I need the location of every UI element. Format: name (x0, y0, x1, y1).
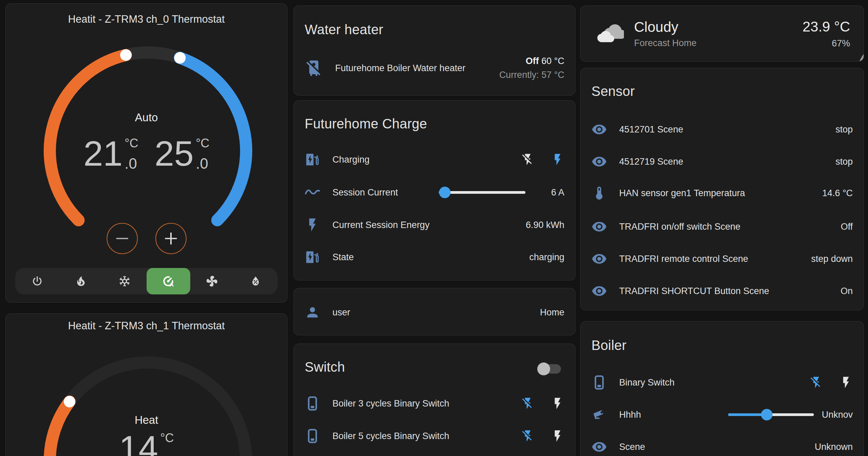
target-low-frac: .0 (125, 156, 138, 171)
flash-icon[interactable] (551, 429, 564, 443)
flash-off-icon[interactable] (521, 153, 535, 166)
current-ac-icon (305, 185, 320, 200)
mode-auto-button[interactable] (147, 268, 190, 294)
boiler3-row[interactable]: Boiler 3 cycles Binary Switch (305, 393, 564, 414)
toggle-knob[interactable] (537, 362, 550, 375)
target-unit: °C (160, 432, 174, 444)
sensor-value: 14.6 °C (822, 188, 853, 199)
sensor-row[interactable]: 4512719 Scene stop (591, 151, 853, 172)
sensor-value: step down (811, 254, 853, 264)
sensor-card: Sensor 4512701 Scene stop 4512719 Scene … (580, 68, 864, 310)
mode-power-button[interactable] (15, 268, 59, 294)
flash-off-icon[interactable] (521, 429, 535, 443)
session-current-row[interactable]: Session Current 6 A (305, 182, 564, 203)
sensor-row[interactable]: 4512701 Scene stop (591, 119, 853, 140)
sensor-label: TRADFRI SHORTCUT Button Scene (619, 286, 834, 296)
scene-label: Scene (619, 442, 808, 452)
mode-fan-button[interactable] (190, 268, 234, 294)
sensor-row[interactable]: HAN sensor gen1 Temperatura 14.6 °C (591, 183, 853, 204)
flash-off-icon[interactable] (521, 397, 535, 410)
hhhh-row[interactable]: Hhhh Unknov (591, 404, 853, 425)
sensor-row[interactable]: TRADFRI remote control Scene step down (591, 248, 853, 269)
target-high-unit: °C (196, 137, 209, 149)
water-boiler-off-icon (305, 59, 323, 77)
slider-knob[interactable] (761, 409, 773, 420)
weather-subtitle: Forecast Home (634, 38, 697, 48)
eye-icon (591, 439, 607, 455)
boiler5-row[interactable]: Boiler 5 cycles Binary Switch (305, 426, 564, 447)
user-location: Home (540, 307, 564, 318)
sensor-value: stop (836, 157, 853, 167)
cctv-icon (591, 407, 607, 422)
hhhh-label: Hhhh (619, 410, 728, 420)
session-energy-row[interactable]: Current Session Energy 6.90 kWh (305, 214, 564, 235)
target-low: 21 °C .0 (83, 136, 138, 171)
sensor-value: Off (841, 222, 853, 232)
ev-station-icon (305, 152, 320, 167)
temp-increase-button[interactable] (155, 223, 187, 254)
temp-decrease-button[interactable] (107, 223, 138, 254)
state-row[interactable]: State charging (305, 247, 564, 268)
mode-heat-button[interactable] (59, 268, 103, 294)
scene-row[interactable]: Scene Unknown (591, 436, 853, 456)
weather-condition: Cloudy (634, 19, 697, 35)
binary-switch-row[interactable]: Binary Switch (591, 372, 853, 393)
session-current-label: Session Current (332, 187, 439, 198)
charging-row[interactable]: Charging (305, 149, 564, 170)
water-heater-row[interactable]: Futurehome Boiler Water heater Off 60 °C… (305, 55, 564, 81)
hvac-mode-label: Heat (6, 414, 287, 427)
slider-knob[interactable] (439, 187, 451, 198)
mode-dry-button[interactable] (234, 268, 278, 294)
sensor-row[interactable]: TRADFRI on/off switch Scene Off (591, 216, 853, 237)
flash-icon[interactable] (839, 376, 853, 389)
sensor-label: 4512701 Scene (619, 124, 829, 135)
water-heater-title: Water heater (305, 22, 383, 37)
fan-icon (205, 275, 218, 288)
weather-values-block: 23.9 °C 67% (802, 19, 850, 49)
power-icon (31, 275, 44, 288)
water-heater-entity: Futurehome Boiler Water heater (335, 63, 493, 74)
hvac-mode-row (15, 268, 278, 294)
flash-icon[interactable] (551, 397, 564, 410)
charging-label: Charging (332, 154, 521, 165)
boiler3-label: Boiler 3 cycles Binary Switch (332, 398, 521, 409)
weather-card[interactable]: Cloudy Forecast Home 23.9 °C 67% (580, 5, 864, 62)
flash-icon[interactable] (551, 153, 564, 166)
session-current-slider[interactable] (439, 187, 525, 198)
water-heater-state-block: Off 60 °C Currently: 57 °C (499, 56, 564, 80)
dial-high-handle[interactable] (174, 52, 186, 64)
thermostat-auto-icon (162, 275, 175, 288)
dial-handle[interactable] (64, 396, 75, 408)
sensor-label: HAN sensor gen1 Temperatura (619, 188, 816, 199)
session-current-value: 6 A (532, 187, 564, 198)
eye-icon (591, 219, 607, 234)
target-int: 14 (119, 431, 158, 456)
switch-toggle[interactable] (537, 362, 562, 375)
boiler5-label: Boiler 5 cycles Binary Switch (332, 431, 521, 441)
snowflake-icon (118, 275, 131, 288)
boiler-card-title: Boiler (591, 338, 626, 353)
dial-low-handle[interactable] (120, 49, 132, 61)
scene-value: Unknown (815, 442, 853, 452)
fire-icon (74, 275, 87, 288)
user-row[interactable]: user Home (305, 302, 564, 323)
weather-humidity: 67% (832, 38, 850, 49)
session-energy-label: Current Session Energy (332, 220, 519, 230)
flash-off-icon[interactable] (809, 376, 823, 389)
charge-card-title: Futurehome Charge (305, 116, 427, 131)
target-temperatures: 21 °C .0 25 °C .0 (6, 136, 287, 171)
humidity-icon (820, 38, 830, 48)
target-low-int: 21 (83, 136, 123, 171)
target-high: 25 °C .0 (155, 136, 210, 171)
target-high-int: 25 (155, 136, 194, 171)
account-icon (305, 305, 320, 320)
thermostat-ch1-card: Heatit - Z-TRM3 ch_1 Thermostat Heat 14 … (5, 313, 287, 456)
water-heater-target: 60 °C (541, 56, 564, 66)
sensor-row[interactable]: TRADFRI SHORTCUT Button Scene On (591, 281, 853, 302)
water-heater-current-temp: Currently: 57 °C (499, 70, 564, 80)
mode-cool-button[interactable] (103, 268, 146, 294)
switch-card-title: Switch (305, 359, 345, 375)
sensor-label: TRADFRI on/off switch Scene (619, 222, 834, 232)
hhhh-slider[interactable] (728, 409, 814, 420)
switch-card: Switch Boiler 3 cycles Binary Switch Boi… (294, 344, 576, 456)
